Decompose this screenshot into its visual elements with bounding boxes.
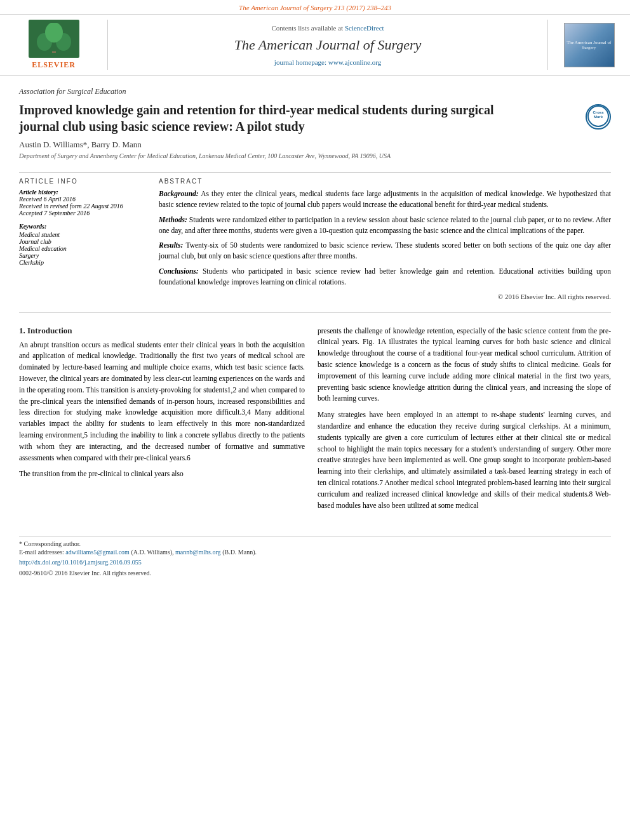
accepted-date: Accepted 7 September 2016 <box>19 210 146 217</box>
background-text: As they enter the clinical years, medica… <box>159 190 611 208</box>
email-2-name: (B.D. Mann). <box>222 549 257 556</box>
corresponding-note: * Corresponding author. <box>19 540 611 547</box>
abstract-col: ABSTRACT Background: As they enter the c… <box>159 178 611 302</box>
main-content: Association for Surgical Education Impro… <box>0 76 630 589</box>
conclusions-label: Conclusions: <box>159 267 199 275</box>
elsevier-logo: ELSEVIER <box>29 20 79 70</box>
elsevier-logo-area: ELSEVIER <box>6 20 108 70</box>
journal-reference: The American Journal of Surgery 213 (201… <box>239 4 391 11</box>
crossmark-area: Cross Mark <box>586 104 611 130</box>
intro-para-2: The transition from the pre-clinical to … <box>19 469 305 480</box>
journal-cover-image: The American Journal of Surgery <box>564 23 615 67</box>
history-label: Article history: <box>19 189 146 196</box>
results-text: Twenty-six of 50 students were randomize… <box>159 241 611 260</box>
methods-label: Methods: <box>159 216 187 223</box>
abstract-content: Background: As they enter the clinical y… <box>159 189 611 302</box>
article-history: Article history: Received 6 April 2016 R… <box>19 189 146 217</box>
journal-homepage-line: journal homepage: www.ajconline.org <box>274 58 381 66</box>
revised-date: Received in revised form 22 August 2016 <box>19 203 146 210</box>
divider-2 <box>19 312 611 313</box>
email-1[interactable]: adwilliams5@gmail.com <box>65 549 130 556</box>
elsevier-tree-icon <box>29 20 79 58</box>
email-2[interactable]: mannb@mlhs.org <box>175 549 221 556</box>
top-bar: The American Journal of Surgery 213 (201… <box>0 0 630 14</box>
affiliation: Department of Surgery and Annenberg Cent… <box>19 152 575 159</box>
journal-title-area: Contents lists available at ScienceDirec… <box>108 20 547 70</box>
copyright-line: © 2016 Elsevier Inc. All rights reserved… <box>159 291 611 302</box>
footer-area: * Corresponding author. E-mail addresses… <box>19 536 611 577</box>
doi-link[interactable]: http://dx.doi.org/10.1016/j.amjsurg.2016… <box>19 559 142 566</box>
keyword-4: Surgery <box>19 252 146 259</box>
two-column-info: ARTICLE INFO Article history: Received 6… <box>19 178 611 302</box>
methods-text: Students were randomized either to parti… <box>159 216 611 234</box>
contents-line: Contents lists available at ScienceDirec… <box>271 24 384 32</box>
keyword-3: Medical education <box>19 245 146 252</box>
abstract-methods: Methods: Students were randomized either… <box>159 215 611 237</box>
keywords-label: Keywords: <box>19 223 146 230</box>
abstract-results: Results: Twenty-six of 50 students were … <box>159 240 611 262</box>
issn-copyright: 0002-9610/© 2016 Elsevier Inc. All right… <box>19 570 611 577</box>
journal-header: ELSEVIER Contents lists available at Sci… <box>0 14 630 76</box>
journal-main-title: The American Journal of Surgery <box>234 37 422 53</box>
keyword-1: Medical student <box>19 231 146 238</box>
intro-para-3: presents the challenge of knowledge rete… <box>318 326 611 405</box>
keywords-section: Keywords: Medical student Journal club M… <box>19 223 146 266</box>
email-1-name: (A.D. Williams), <box>131 549 173 556</box>
abstract-background: Background: As they enter the clinical y… <box>159 189 611 211</box>
body-right-col: presents the challenge of knowledge rete… <box>318 326 611 517</box>
article-info-col: ARTICLE INFO Article history: Received 6… <box>19 178 146 302</box>
divider-1 <box>19 172 611 173</box>
homepage-url[interactable]: www.ajconline.org <box>328 58 381 66</box>
results-label: Results: <box>159 241 183 249</box>
body-content: 1. Introduction An abrupt transition occ… <box>19 326 611 517</box>
article-info-title: ARTICLE INFO <box>19 178 146 185</box>
email-line: E-mail addresses: adwilliams5@gmail.com … <box>19 549 611 556</box>
paper-title: Improved knowledge gain and retention fo… <box>19 102 527 135</box>
abstract-conclusions: Conclusions: Students who participated i… <box>159 266 611 288</box>
conclusions-text: Students who participated in basic scien… <box>159 267 611 286</box>
body-left-col: 1. Introduction An abrupt transition occ… <box>19 326 305 517</box>
svg-point-4 <box>45 23 63 43</box>
abstract-title: ABSTRACT <box>159 178 611 185</box>
received-date: Received 6 April 2016 <box>19 196 146 203</box>
keyword-2: Journal club <box>19 238 146 245</box>
intro-para-1: An abrupt transition occurs as medical s… <box>19 340 305 464</box>
keyword-5: Clerkship <box>19 259 146 266</box>
svg-text:Mark: Mark <box>594 115 603 119</box>
svg-text:Cross: Cross <box>593 110 604 114</box>
introduction-heading: 1. Introduction <box>19 326 305 336</box>
crossmark-badge: Cross Mark <box>586 104 611 130</box>
journal-cover-area: The American Journal of Surgery <box>547 20 624 70</box>
email-label: E-mail addresses: <box>19 549 64 556</box>
background-label: Background: <box>159 190 199 197</box>
authors: Austin D. Williams*, Barry D. Mann <box>19 140 575 150</box>
doi-line: http://dx.doi.org/10.1016/j.amjsurg.2016… <box>19 557 611 567</box>
section-tag: Association for Surgical Education <box>19 87 611 98</box>
elsevier-brand-text: ELSEVIER <box>32 60 76 70</box>
sciencedirect-link[interactable]: ScienceDirect <box>345 24 384 32</box>
intro-para-4: Many strategies have been employed in an… <box>318 410 611 511</box>
